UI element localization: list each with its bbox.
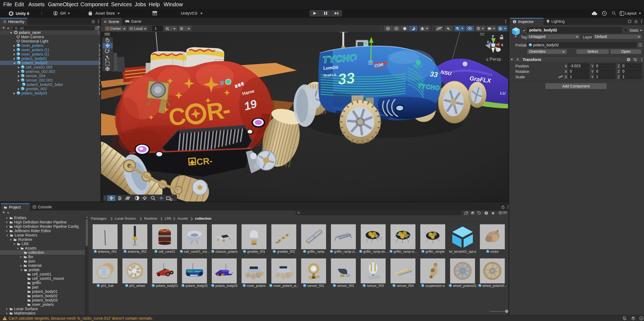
svg-text:GraFLX: GraFLX: [323, 73, 336, 77]
svg-text:33: 33: [337, 69, 356, 88]
svg-text:x: x: [501, 42, 503, 47]
svg-text:?: ?: [628, 58, 629, 61]
svg-text:LumOil: LumOil: [323, 65, 338, 70]
svg-text:y: y: [492, 33, 494, 38]
svg-text:CR-: CR-: [196, 156, 213, 167]
svg-text:LU: LU: [500, 90, 506, 96]
svg-text:33: 33: [430, 70, 438, 79]
svg-text:≤ Persp: ≤ Persp: [486, 57, 501, 61]
svg-text:R-: R-: [205, 96, 232, 126]
svg-text:z: z: [487, 39, 489, 44]
